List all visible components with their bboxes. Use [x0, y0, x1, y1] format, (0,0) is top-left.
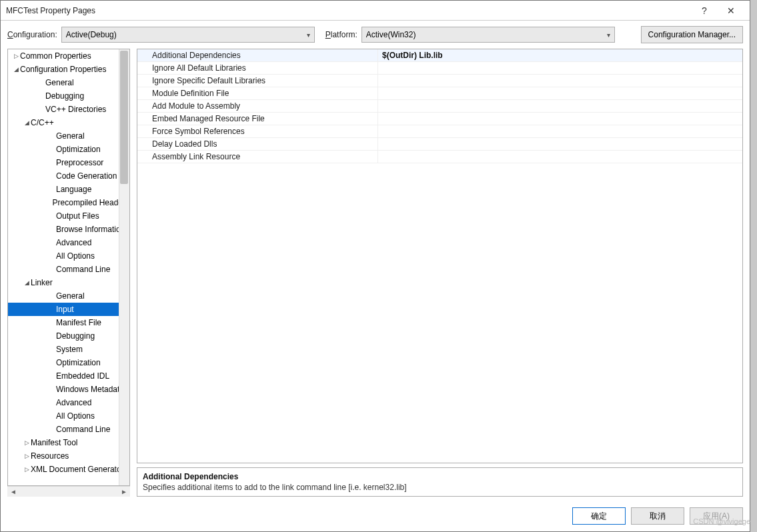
property-value[interactable]	[377, 151, 742, 163]
property-value[interactable]	[377, 125, 742, 137]
tree-item[interactable]: General	[8, 289, 129, 303]
tree-item[interactable]: All Options	[8, 409, 129, 423]
property-row[interactable]: Assembly Link Resource	[137, 151, 742, 163]
config-manager-label: Configuration Manager...	[648, 30, 736, 39]
tree-item-label: Windows Metadata	[56, 385, 124, 394]
property-row[interactable]: Module Definition File	[137, 87, 742, 100]
property-row[interactable]: Force Symbol References	[137, 125, 742, 138]
tree-item[interactable]: All Options	[8, 249, 129, 263]
tree-item[interactable]: Command Line	[8, 263, 129, 276]
tree-item[interactable]: Debugging	[8, 329, 129, 343]
tree-item[interactable]: General	[8, 129, 129, 143]
tree-item[interactable]: Advanced	[8, 236, 129, 249]
tree-item-label: Language	[56, 185, 91, 194]
tree-item[interactable]: General	[8, 76, 129, 89]
configuration-dropdown[interactable]: Active(Debug) ▾	[61, 27, 315, 43]
property-value[interactable]	[377, 113, 742, 125]
tree-item[interactable]: ▷XML Document Generator	[8, 463, 129, 476]
tree-expand-icon[interactable]: ◢	[23, 279, 31, 286]
tree-item[interactable]: ▷Manifest Tool	[8, 436, 129, 449]
tree-vscroll-thumb[interactable]	[120, 51, 128, 184]
property-value[interactable]	[377, 62, 742, 74]
apply-button[interactable]: 应用(A)	[690, 507, 743, 525]
tree-item-label: Configuration Properties	[20, 65, 106, 74]
tree-item[interactable]: Optimization	[8, 143, 129, 156]
tree-item[interactable]: Language	[8, 183, 129, 196]
description-panel: Additional Dependencies Specifies additi…	[137, 467, 743, 497]
tree-hscrollbar[interactable]: ◄ ►	[7, 486, 130, 497]
property-row[interactable]: Additional Dependencies$(OutDir) Lib.lib	[137, 49, 742, 62]
property-grid[interactable]: Additional Dependencies$(OutDir) Lib.lib…	[137, 49, 743, 463]
dialog-buttons: 确定 取消 应用(A)	[1, 501, 750, 531]
property-row[interactable]: Ignore All Default Libraries	[137, 62, 742, 75]
tree-item[interactable]: Preprocessor	[8, 156, 129, 169]
tree-item[interactable]: VC++ Directories	[8, 103, 129, 116]
tree-item-label: System	[56, 345, 83, 354]
property-name: Module Definition File	[137, 89, 377, 98]
help-button[interactable]: ?	[691, 1, 718, 20]
property-row[interactable]: Embed Managed Resource File	[137, 113, 742, 125]
ok-button[interactable]: 确定	[572, 507, 626, 525]
tree-expand-icon[interactable]: ▷	[12, 53, 20, 59]
tree-item[interactable]: ◢Configuration Properties	[8, 63, 129, 76]
tree-item[interactable]: Command Line	[8, 423, 129, 436]
tree-item-label: Advanced	[56, 238, 91, 247]
tree-item[interactable]: ▷Common Properties	[8, 49, 129, 63]
tree-item-label: Preprocessor	[56, 158, 103, 167]
tree-item[interactable]: Output Files	[8, 209, 129, 223]
tree-item[interactable]: Embedded IDL	[8, 369, 129, 383]
tree-item-label: Resources	[31, 451, 69, 461]
platform-label: Platform:	[325, 30, 357, 39]
config-manager-button[interactable]: Configuration Manager...	[641, 26, 743, 43]
tree-item-label: General	[56, 131, 85, 141]
tree-expand-icon[interactable]: ▷	[23, 439, 31, 446]
tree-item-label: Manifest Tool	[31, 438, 77, 447]
platform-dropdown[interactable]: Active(Win32) ▾	[361, 27, 615, 43]
tree-item[interactable]: Manifest File	[8, 316, 129, 329]
tree-item[interactable]: System	[8, 343, 129, 356]
tree-item-label: Manifest File	[56, 318, 101, 327]
tree-item-label: Input	[56, 305, 74, 314]
property-row[interactable]: Add Module to Assembly	[137, 100, 742, 113]
property-row[interactable]: Delay Loaded Dlls	[137, 138, 742, 151]
tree-vscrollbar[interactable]	[119, 49, 129, 485]
tree-item-label: Common Properties	[20, 51, 91, 61]
tree-item-label: Precompiled Headers	[53, 198, 129, 207]
tree-item[interactable]: Browse Information	[8, 223, 129, 236]
property-row[interactable]: Ignore Specific Default Libraries	[137, 75, 742, 87]
tree-expand-icon[interactable]: ◢	[23, 119, 31, 126]
tree-item[interactable]: ◢Linker	[8, 276, 129, 289]
tree-item[interactable]: ◢C/C++	[8, 116, 129, 129]
scroll-left-icon[interactable]: ◄	[9, 488, 18, 495]
property-name: Assembly Link Resource	[137, 152, 377, 161]
tree-expand-icon[interactable]: ▷	[23, 466, 31, 473]
cancel-button[interactable]: 取消	[631, 507, 684, 525]
tree-item[interactable]: ▷Resources	[8, 449, 129, 463]
tree-item[interactable]: Code Generation	[8, 169, 129, 183]
configuration-label: Configuration:	[7, 30, 57, 39]
right-panel: Additional Dependencies$(OutDir) Lib.lib…	[137, 49, 743, 497]
tree-expand-icon[interactable]: ▷	[23, 453, 31, 459]
property-value[interactable]: $(OutDir) Lib.lib	[377, 49, 742, 61]
tree-item[interactable]: Debugging	[8, 89, 129, 103]
tree-expand-icon[interactable]: ◢	[12, 66, 20, 73]
titlebar: MFCTest Property Pages ? ✕	[1, 1, 750, 21]
tree-item-label: Optimization	[56, 145, 101, 154]
tree-item[interactable]: Input	[8, 303, 129, 316]
property-value[interactable]	[377, 138, 742, 150]
tree-item[interactable]: Advanced	[8, 396, 129, 409]
tree-item[interactable]: Precompiled Headers	[8, 196, 129, 209]
property-name: Ignore All Default Libraries	[137, 63, 377, 73]
property-name: Additional Dependencies	[137, 51, 377, 60]
config-tree[interactable]: ▷Common Properties◢Configuration Propert…	[7, 49, 130, 486]
property-value[interactable]	[377, 75, 742, 87]
scroll-right-icon[interactable]: ►	[119, 488, 129, 495]
close-button[interactable]: ✕	[718, 1, 744, 20]
property-value[interactable]	[377, 87, 742, 99]
tree-item-label: VC++ Directories	[45, 105, 106, 114]
tree-item[interactable]: Windows Metadata	[8, 383, 129, 396]
tree-item[interactable]: Optimization	[8, 356, 129, 369]
property-value[interactable]	[377, 100, 742, 112]
chevron-down-icon: ▾	[607, 31, 610, 39]
tree-item-label: Browse Information	[56, 225, 125, 234]
